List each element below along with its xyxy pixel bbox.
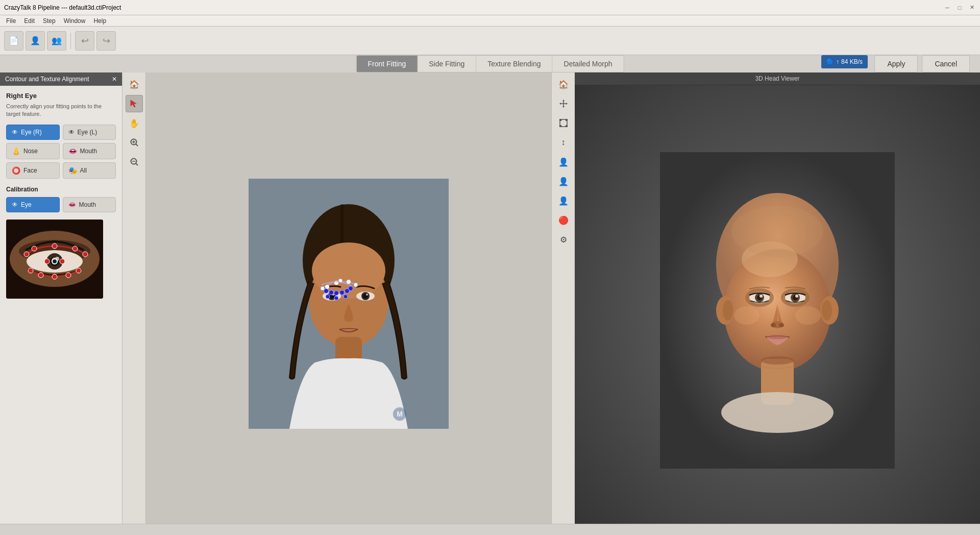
menu-edit[interactable]: Edit [20, 16, 39, 26]
svg-point-60 [325, 285, 329, 289]
svg-point-92 [822, 300, 832, 321]
redo-button[interactable]: ↪ [96, 31, 116, 51]
svg-point-105 [795, 295, 798, 298]
feature-eye-r[interactable]: 👁 Eye (R) [6, 125, 60, 140]
calibration-grid: 👁 Eye 👄 Mouth [6, 197, 116, 212]
rtool-avatar1[interactable]: 👤 [555, 153, 572, 171]
tab-front-fitting[interactable]: Front Fitting [357, 56, 418, 72]
top-tabs: Front Fitting Side Fitting Texture Blend… [356, 55, 624, 72]
tool-home[interactable]: 🏠 [126, 76, 143, 93]
svg-point-65 [334, 291, 339, 296]
profile-button[interactable]: 👤 [26, 31, 45, 51]
svg-marker-76 [562, 100, 565, 101]
cancel-button[interactable]: Cancel [922, 55, 970, 72]
panel-close-icon[interactable]: ✕ [112, 76, 117, 83]
svg-point-66 [340, 290, 345, 295]
svg-point-21 [53, 259, 57, 263]
svg-point-19 [60, 259, 65, 264]
eye-preview [6, 220, 103, 299]
undo-button[interactable]: ↩ [75, 31, 94, 51]
zoom-out-icon [130, 157, 139, 166]
svg-point-69 [326, 295, 330, 299]
new-button[interactable]: 📄 [4, 31, 23, 51]
network-icon: 🔵 [826, 58, 834, 65]
group-button[interactable]: 👥 [47, 31, 66, 51]
feature-face[interactable]: ⭕ Face [6, 162, 60, 179]
scale-icon [559, 118, 568, 128]
svg-rect-83 [559, 125, 561, 127]
select-cursor-icon [130, 99, 139, 108]
tools-sidebar: 🏠 ✋ [122, 72, 146, 535]
feature-mouth[interactable]: 👄 Mouth [63, 143, 116, 159]
maximize-button[interactable]: □ [955, 4, 964, 12]
main-layout: Contour and Texture Alignment ✕ Right Ey… [0, 72, 980, 535]
tool-zoom-out[interactable] [126, 153, 143, 171]
feature-nose[interactable]: 👃 Nose [6, 143, 60, 159]
cal-eye-icon: 👁 [12, 201, 18, 208]
svg-point-95 [721, 392, 834, 433]
rtool-home[interactable]: 🏠 [555, 76, 572, 93]
rtool-vertical[interactable]: ↕ [555, 134, 572, 151]
person-photo [249, 179, 449, 429]
panel-header: Contour and Texture Alignment ✕ [0, 72, 122, 86]
menu-help[interactable]: Help [89, 16, 110, 26]
rtool-red-highlight[interactable]: 🔴 [555, 211, 572, 229]
svg-rect-32 [340, 204, 344, 245]
viewer-panel: 3D Head Viewer [575, 72, 980, 535]
apply-cancel-group: Apply Cancel [874, 55, 970, 72]
menu-window[interactable]: Window [60, 16, 90, 26]
left-panel: Contour and Texture Alignment ✕ Right Ey… [0, 72, 122, 535]
all-icon: 🎭 [68, 166, 77, 175]
move-icon [559, 99, 568, 108]
tab-side-fitting[interactable]: Side Fitting [418, 56, 476, 72]
watermark-logo: M [393, 407, 407, 421]
svg-point-8 [32, 246, 37, 251]
svg-point-17 [44, 259, 50, 264]
tab-texture-blending[interactable]: Texture Blending [476, 56, 552, 72]
cal-mouth-icon: 👄 [68, 201, 76, 208]
tool-select[interactable] [126, 95, 143, 112]
rtool-scale[interactable] [555, 114, 572, 132]
section-title: Right Eye [6, 92, 116, 100]
svg-point-13 [38, 273, 43, 278]
svg-point-62 [347, 280, 351, 284]
feature-all[interactable]: 🎭 All [63, 162, 116, 179]
eye-preview-svg [6, 220, 103, 299]
apply-button[interactable]: Apply [874, 55, 918, 72]
svg-point-113 [731, 206, 823, 257]
menu-file[interactable]: File [2, 16, 20, 26]
panel-content: Right Eye Correctly align your fitting p… [0, 86, 122, 535]
svg-point-109 [765, 336, 767, 338]
minimize-button[interactable]: ─ [943, 4, 951, 12]
menu-step[interactable]: Step [39, 16, 60, 26]
svg-point-110 [788, 336, 790, 338]
svg-point-68 [349, 286, 353, 291]
svg-point-108 [779, 323, 784, 327]
svg-marker-77 [562, 106, 565, 108]
window-controls[interactable]: ─ □ ✕ [943, 4, 976, 12]
svg-point-11 [83, 252, 88, 257]
cal-eye-label: Eye [21, 201, 32, 208]
calibration-mouth[interactable]: 👄 Mouth [63, 197, 116, 212]
tool-zoom-in[interactable] [126, 134, 143, 151]
rtool-avatar2[interactable]: 👤 [555, 173, 572, 190]
svg-rect-81 [559, 119, 561, 121]
face-label: Face [23, 167, 37, 174]
tool-hand[interactable]: ✋ [126, 114, 143, 132]
calibration-eye[interactable]: 👁 Eye [6, 197, 60, 212]
cal-mouth-label: Mouth [79, 201, 96, 208]
svg-marker-78 [559, 103, 561, 105]
tab-detailed-morph[interactable]: Detailed Morph [553, 56, 624, 72]
svg-point-71 [344, 295, 348, 299]
rtool-move[interactable] [555, 95, 572, 112]
close-button[interactable]: ✕ [968, 4, 976, 12]
calibration-title: Calibration [6, 186, 116, 193]
toolbar-separator [70, 33, 71, 49]
svg-point-43 [366, 294, 368, 296]
feature-eye-l[interactable]: 👁 Eye (L) [63, 125, 116, 140]
network-speed: 84 KB/s [841, 58, 863, 65]
zoom-in-icon [130, 138, 139, 147]
rtool-settings[interactable]: ⚙ [555, 231, 572, 248]
svg-point-90 [723, 300, 733, 321]
rtool-avatar3[interactable]: 👤 [555, 192, 572, 209]
